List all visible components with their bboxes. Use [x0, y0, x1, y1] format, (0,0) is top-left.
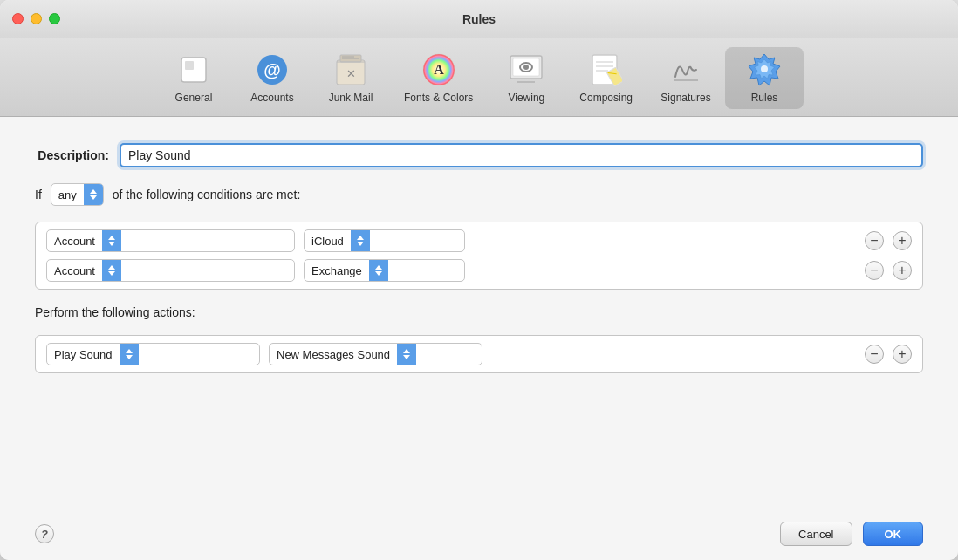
svg-text:✕: ✕ [346, 67, 355, 80]
title-bar: Rules [0, 0, 958, 38]
maximize-button[interactable] [49, 13, 60, 24]
add-condition-2-button[interactable]: + [893, 261, 912, 280]
stepper-up-icon [108, 265, 115, 270]
condition-field-1[interactable]: Account [46, 229, 295, 252]
close-button[interactable] [12, 13, 24, 24]
description-input[interactable] [120, 143, 923, 167]
condition-field-1-text: Account [47, 235, 102, 248]
stepper-down-icon [375, 271, 382, 276]
toolbar-items: General @ Accounts [154, 47, 804, 109]
toolbar-label-rules: Rules [751, 92, 778, 104]
signatures-icon [668, 52, 703, 87]
condition-value-1-stepper [351, 230, 370, 251]
stepper-up-icon [403, 349, 410, 353]
action-option-1[interactable]: New Messages Sound [269, 343, 482, 365]
condition-field-1-stepper [102, 230, 121, 251]
toolbar-item-fonts-colors[interactable]: A Fonts & Colors [390, 47, 487, 109]
window: Rules General @ [0, 0, 958, 560]
condition-field-2-text: Account [47, 264, 102, 277]
actions-box: Play Sound New Messages Sound − + [35, 335, 923, 373]
window-title: Rules [462, 12, 496, 26]
action-option-1-text: New Messages Sound [270, 348, 397, 361]
any-stepper [84, 184, 103, 205]
stepper-down-icon [108, 242, 115, 246]
toolbar-item-composing[interactable]: Composing [565, 47, 647, 109]
stepper-down-icon [357, 242, 364, 246]
svg-text:A: A [434, 62, 444, 77]
condition-row-1: Account iCloud − + [46, 229, 912, 252]
condition-value-2-text: Exchange [305, 264, 369, 277]
stepper-up-icon [108, 236, 115, 240]
toolbar-label-signatures: Signatures [660, 92, 710, 104]
condition-value-1[interactable]: iCloud [304, 229, 465, 252]
ok-button[interactable]: OK [863, 522, 924, 546]
conditions-box: Account iCloud − + [35, 222, 923, 290]
condition-value-1-text: iCloud [305, 235, 351, 248]
svg-rect-1 [185, 61, 194, 70]
condition-value-2[interactable]: Exchange [304, 259, 465, 282]
stepper-up-icon [90, 189, 97, 194]
toolbar-item-general[interactable]: General [154, 47, 233, 109]
bottom-bar: ? Cancel OK [0, 513, 958, 560]
svg-rect-0 [181, 58, 206, 82]
help-button[interactable]: ? [35, 524, 54, 543]
any-dropdown[interactable]: any [51, 183, 104, 206]
composing-icon [589, 52, 624, 87]
fonts-colors-icon: A [421, 52, 456, 87]
toolbar-item-viewing[interactable]: Viewing [487, 47, 565, 109]
toolbar-item-rules[interactable]: Rules [725, 47, 804, 109]
toolbar-label-general: General [175, 92, 213, 104]
add-condition-1-button[interactable]: + [893, 231, 912, 250]
stepper-down-icon [90, 195, 97, 200]
description-label: Description: [35, 148, 109, 162]
general-icon [176, 52, 211, 87]
condition-field-2-stepper [102, 260, 121, 281]
action-field-1[interactable]: Play Sound [46, 343, 260, 365]
if-label: If [35, 188, 42, 201]
action-option-1-stepper [397, 344, 416, 365]
action-row-1: Play Sound New Messages Sound − + [46, 343, 912, 365]
remove-action-1-button[interactable]: − [865, 345, 884, 364]
stepper-down-icon [403, 355, 410, 359]
remove-condition-2-button[interactable]: − [865, 261, 884, 280]
accounts-icon: @ [255, 52, 290, 87]
bottom-buttons: Cancel OK [780, 522, 923, 546]
cancel-button[interactable]: Cancel [780, 522, 852, 546]
conditions-text: of the following conditions are met: [113, 188, 301, 201]
rules-icon [747, 52, 782, 87]
toolbar-item-accounts[interactable]: @ Accounts [233, 47, 311, 109]
toolbar-label-composing: Composing [579, 92, 633, 104]
toolbar: General @ Accounts [0, 38, 958, 117]
action-field-1-text: Play Sound [47, 348, 120, 361]
stepper-up-icon [375, 265, 382, 270]
toolbar-label-junk-mail: Junk Mail [329, 92, 373, 104]
main-content: Description: If any of the following con… [0, 117, 958, 513]
minimize-button[interactable] [31, 13, 42, 24]
stepper-up-icon [126, 349, 133, 353]
condition-value-2-stepper [369, 260, 388, 281]
toolbar-item-junk-mail[interactable]: ✕ Junk Mail [311, 47, 390, 109]
description-row: Description: [35, 143, 923, 167]
condition-field-2[interactable]: Account [46, 259, 295, 282]
stepper-up-icon [357, 236, 364, 240]
stepper-down-icon [108, 271, 115, 276]
svg-point-15 [523, 65, 529, 70]
junk-mail-icon: ✕ [333, 52, 368, 87]
svg-point-26 [761, 65, 768, 72]
remove-condition-1-button[interactable]: − [865, 231, 884, 250]
svg-text:@: @ [263, 60, 281, 79]
add-action-1-button[interactable]: + [893, 345, 912, 364]
toolbar-label-fonts-colors: Fonts & Colors [404, 92, 473, 104]
toolbar-item-signatures[interactable]: Signatures [647, 47, 725, 109]
action-field-1-stepper [120, 344, 139, 365]
any-select-text: any [51, 188, 84, 201]
viewing-icon [509, 52, 544, 87]
toolbar-label-viewing: Viewing [508, 92, 544, 104]
stepper-down-icon [126, 355, 133, 359]
traffic-lights [12, 13, 60, 24]
actions-label: Perform the following actions: [35, 305, 923, 319]
if-row: If any of the following conditions are m… [35, 183, 923, 206]
condition-row-2: Account Exchange − + [46, 259, 912, 282]
toolbar-label-accounts: Accounts [250, 92, 293, 104]
